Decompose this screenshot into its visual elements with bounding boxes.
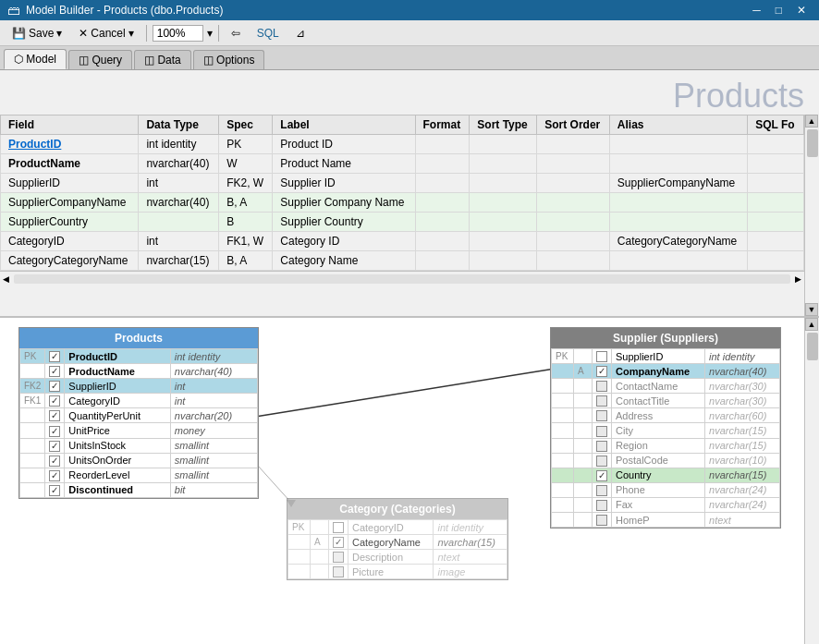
scroll-left-arrow[interactable]: ◀ <box>0 274 12 284</box>
save-button[interactable]: 💾 Save ▾ <box>6 24 68 43</box>
diagram-row[interactable]: PK SupplierID int identity <box>552 349 780 364</box>
diagram-row-country[interactable]: Country nvarchar(15) <box>552 468 780 482</box>
data-tab-icon: ◫ <box>144 54 154 67</box>
diagram-row[interactable]: Address nvarchar(60) <box>552 408 780 423</box>
maximize-button[interactable]: □ <box>770 4 788 17</box>
check-supplierid-s[interactable] <box>596 351 607 362</box>
col-sqlfo: SQL Fo <box>748 115 804 135</box>
diagram-row[interactable]: Region nvarchar(15) <box>552 438 780 453</box>
check-description[interactable] <box>333 552 344 563</box>
check-region[interactable] <box>596 441 607 452</box>
diagram-row[interactable]: UnitsOnOrder smallint <box>20 453 258 468</box>
sql-button[interactable]: SQL <box>251 24 286 43</box>
table-row[interactable]: SupplierCompanyName nvarchar(40) B, A Su… <box>1 193 804 213</box>
check-phone[interactable] <box>596 485 607 496</box>
diagram-row[interactable]: Description ntext <box>288 550 507 565</box>
check-categoryname[interactable] <box>333 537 344 548</box>
toolbar: 💾 Save ▾ ✕ Cancel ▾ ▾ ⇦ SQL ⊿ <box>0 20 819 46</box>
tab-model[interactable]: ⬡ Model <box>4 49 67 69</box>
check-unitsinstock[interactable] <box>49 441 60 452</box>
check-postalcode[interactable] <box>596 456 607 467</box>
diagram-row[interactable]: ContactName nvarchar(30) <box>552 379 780 394</box>
check-picture[interactable] <box>333 566 344 577</box>
diagram-row[interactable]: HomeP ntext <box>552 513 780 528</box>
category-fields-table: PK CategoryID int identity A CategoryNam… <box>287 519 507 579</box>
diagram-row[interactable]: ProductName nvarchar(40) <box>20 364 258 379</box>
check-qty[interactable] <box>49 410 60 421</box>
horizontal-scrollbar[interactable]: ◀ ▶ <box>0 271 804 286</box>
title-bar: 🗃 Model Builder - Products (dbo.Products… <box>0 0 819 20</box>
check-contacttitle[interactable] <box>596 395 607 407</box>
table-row[interactable]: CategoryCategoryName nvarchar(15) B, A C… <box>1 251 804 271</box>
check-contactname[interactable] <box>596 381 607 392</box>
check-homep[interactable] <box>596 515 607 526</box>
check-productid[interactable] <box>49 351 60 362</box>
scroll-down-arrow[interactable]: ▼ <box>805 303 818 316</box>
check-reorder[interactable] <box>49 470 60 481</box>
separator-1 <box>146 25 147 42</box>
options-tab-icon: ◫ <box>203 54 214 67</box>
check-companyname[interactable] <box>596 366 607 377</box>
diagram-row[interactable]: ContactTitle nvarchar(30) <box>552 394 780 408</box>
close-button[interactable]: ✕ <box>791 4 812 17</box>
vertical-scrollbar-diagram[interactable]: ▲ ▼ <box>804 318 819 644</box>
diagram-row[interactable]: Fax nvarchar(24) <box>552 497 780 512</box>
supplier-fields-table: PK SupplierID int identity A CompanyName… <box>551 348 780 528</box>
minimize-button[interactable]: ─ <box>747 4 766 17</box>
check-address[interactable] <box>596 410 607 421</box>
diagram-row[interactable]: UnitsInStock smallint <box>20 438 258 453</box>
diagram-row[interactable]: ReorderLevel smallint <box>20 468 258 482</box>
col-label: Label <box>273 115 415 135</box>
diagram-row[interactable]: PK ProductID int identity <box>20 349 258 364</box>
tab-bar: ⬡ Model ◫ Query ◫ Data ◫ Options <box>0 46 819 70</box>
check-productname[interactable] <box>49 366 60 377</box>
diagram-row[interactable]: UnitPrice money <box>20 423 258 438</box>
save-dropdown-icon: ▾ <box>56 27 62 40</box>
cancel-button[interactable]: ✕ Cancel ▾ <box>72 24 140 43</box>
separator-2 <box>218 25 219 42</box>
diagram-row[interactable]: FK2 SupplierID int <box>20 379 258 394</box>
diagram-row[interactable]: PK CategoryID int identity <box>288 520 507 535</box>
scroll-up-diagram[interactable]: ▲ <box>805 318 818 331</box>
tab-query[interactable]: ◫ Query <box>68 50 132 69</box>
check-categoryid[interactable] <box>49 395 60 407</box>
col-alias: Alias <box>609 115 747 135</box>
table-row[interactable]: SupplierID int FK2, W Supplier ID Suppli… <box>1 174 804 193</box>
diagram-row[interactable]: Phone nvarchar(24) <box>552 482 780 497</box>
save-icon: 💾 <box>12 27 26 40</box>
scroll-right-arrow[interactable]: ▶ <box>792 274 804 284</box>
diagram-row[interactable]: City nvarchar(15) <box>552 423 780 438</box>
check-fax[interactable] <box>596 500 607 511</box>
zoom-input[interactable] <box>153 25 203 42</box>
tab-options[interactable]: ◫ Options <box>193 50 265 69</box>
diagram-row[interactable]: QuantityPerUnit nvarchar(20) <box>20 408 258 423</box>
check-supplierid[interactable] <box>49 381 60 392</box>
check-country[interactable] <box>596 470 607 481</box>
table-row[interactable]: SupplierCountry B Supplier Country <box>1 213 804 232</box>
vertical-scrollbar-top[interactable]: ▲ ▼ <box>804 115 819 316</box>
check-categoryid-c[interactable] <box>333 522 344 533</box>
diagram-row[interactable]: A CompanyName nvarchar(40) <box>552 364 780 379</box>
scroll-thumb-diagram <box>807 333 818 360</box>
diagram-row[interactable]: Picture image <box>288 565 507 579</box>
filter-button[interactable]: ⊿ <box>289 24 312 43</box>
diagram-row[interactable]: FK1 CategoryID int <box>20 394 258 408</box>
diagram-row[interactable]: A CategoryName nvarchar(15) <box>288 535 507 550</box>
nav-back-button[interactable]: ⇦ <box>225 24 247 43</box>
check-unitsonorder[interactable] <box>49 456 60 467</box>
diagram-row[interactable]: PostalCode nvarchar(10) <box>552 453 780 468</box>
table-row[interactable]: CategoryID int FK1, W Category ID Catego… <box>1 232 804 251</box>
diagram-row[interactable]: Discontinued bit <box>20 482 258 497</box>
check-unitprice[interactable] <box>49 426 60 437</box>
supplier-diagram-box: Supplier (Suppliers) PK SupplierID int i… <box>550 327 781 529</box>
tab-data[interactable]: ◫ Data <box>134 50 191 69</box>
check-city[interactable] <box>596 426 607 437</box>
scroll-up-arrow[interactable]: ▲ <box>805 115 818 128</box>
col-format: Format <box>415 115 470 135</box>
table-row[interactable]: ProductID int identity PK Product ID <box>1 135 804 154</box>
scroll-track-diagram <box>805 331 819 644</box>
table-wrapper: Field Data Type Spec Label Format Sort T… <box>0 115 804 316</box>
check-discontinued[interactable] <box>49 485 60 496</box>
table-row[interactable]: ProductName nvarchar(40) W Product Name <box>1 154 804 174</box>
diagram-area: Products PK ProductID int identity Produ… <box>0 318 804 644</box>
